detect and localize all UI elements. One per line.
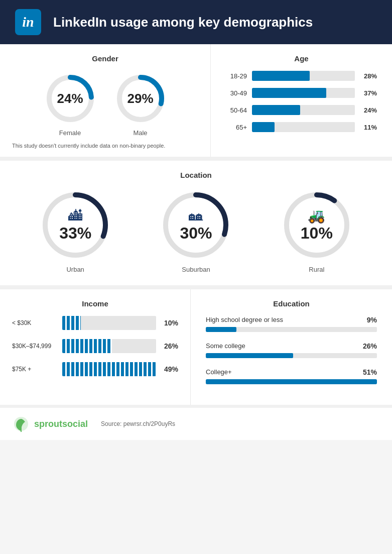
sprout-green: sprout [34,419,62,429]
rural-pct: 10% [301,225,333,241]
suburban-icon: 🏘 [180,209,212,223]
education-panel: Education High school degree or less 9% … [191,289,392,405]
female-label: Female [59,129,81,137]
edu-row-college: Some college 26% [206,342,377,358]
income-panel: Income < $30K 10% $30K–$74,999 26% $75K … [0,289,191,405]
edu-header-collegeplus: College+ 51% [206,368,377,376]
age-fill-3049 [252,88,326,98]
age-fill-1829 [252,71,310,81]
age-pct-65plus: 11% [360,124,377,131]
age-label-65plus: 65+ [226,124,247,131]
edu-header-hs: High school degree or less 9% [206,316,377,324]
linkedin-logo: in [15,9,41,35]
male-donut-item: 29% Male [113,71,168,137]
donut-row: 24% Female 29% [12,71,198,137]
page-header: in LinkedIn usage among key demographics [0,0,392,44]
urban-pct: 33% [59,225,91,241]
page-footer: sproutsocial Source: pewrsr.ch/2P0uyRs [0,405,392,440]
edu-label-college: Some college [206,342,245,350]
income-title: Income [12,299,178,308]
edu-track-college [206,353,377,358]
sprout-leaf-icon [12,415,30,433]
edu-header-college: Some college 26% [206,342,377,350]
edu-label-collegeplus: College+ [206,368,232,376]
age-label-5064: 50-64 [226,106,247,114]
edu-track-collegeplus [206,379,377,384]
female-donut: 24% [43,71,98,126]
suburban-label: Suburban [182,266,210,273]
source-citation: Source: pewrsr.ch/2P0uyRs [101,420,175,427]
income-pct-75k: 49% [161,365,178,373]
income-label-74k: $30K–$74,999 [12,343,57,350]
age-fill-5064 [252,105,300,115]
main-content: Gender 24% Female [0,44,392,405]
age-label-3049: 30-49 [226,89,247,97]
edu-row-collegeplus: College+ 51% [206,368,377,384]
income-label-30k: < $30K [12,319,57,326]
sprout-logo: sproutsocial [12,415,88,433]
rural-icon: 🚜 [301,209,333,223]
edu-pct-collegeplus: 51% [363,368,377,376]
male-donut-label: 29% [127,92,153,105]
income-row-30k: < $30K 10% [12,316,178,330]
income-fill-75k [62,362,156,376]
edu-label-hs: High school degree or less [206,316,283,324]
age-bar-row-1829: 18-29 28% [226,71,377,81]
female-pct: 24% [57,92,83,105]
income-track-30k [62,316,156,330]
gender-panel: Gender 24% Female [0,44,211,157]
age-bar-row-65plus: 65+ 11% [226,122,377,132]
age-bars: 18-29 28% 30-49 37% 50-64 [226,71,377,132]
income-row-74k: $30K–$74,999 26% [12,339,178,353]
sprout-dark: social [62,419,88,429]
age-bar-row-5064: 50-64 24% [226,105,377,115]
income-track-74k [62,339,156,353]
income-fill-74k [62,339,112,353]
male-label: Male [133,129,147,137]
linkedin-logo-text: in [22,14,34,30]
suburban-donut: 🏘 30% [158,187,233,263]
income-row-75k: $75K + 49% [12,362,178,376]
gender-note: This study doesn't currently include dat… [12,143,198,149]
edu-pct-college: 26% [363,342,377,350]
edu-fill-hs [206,327,236,332]
male-pct: 29% [127,92,153,105]
gender-title: Gender [12,54,198,63]
suburban-inner: 🏘 30% [180,209,212,241]
edu-row-hs: High school degree or less 9% [206,316,377,332]
edu-track-hs [206,327,377,332]
income-label-75k: $75K + [12,366,57,373]
location-title: Location [15,171,377,179]
gender-age-section: Gender 24% Female [0,44,392,161]
urban-donut: 🏙 33% [38,187,113,263]
age-title: Age [226,54,377,63]
age-panel: Age 18-29 28% 30-49 37% [211,44,392,157]
age-label-1829: 18-29 [226,72,247,80]
location-urban: 🏙 33% Urban [38,187,113,273]
income-fill-30k [62,316,81,330]
income-pct-74k: 26% [161,342,178,350]
edu-title: Education [206,299,377,308]
location-section: Location 🏙 33% Urban [0,161,392,289]
location-suburban: 🏘 30% Suburban [158,187,233,273]
rural-inner: 🚜 10% [301,209,333,241]
female-donut-label: 24% [57,92,83,105]
age-track-5064 [252,105,355,115]
male-donut: 29% [113,71,168,126]
urban-inner: 🏙 33% [59,209,91,241]
age-track-65plus [252,122,355,132]
edu-fill-collegeplus [206,379,377,384]
page-title: LinkedIn usage among key demographics [53,15,313,30]
urban-label: Urban [66,266,84,273]
income-track-75k [62,362,156,376]
age-fill-65plus [252,122,275,132]
urban-icon: 🏙 [59,209,91,223]
income-pct-30k: 10% [161,319,178,327]
location-rural: 🚜 10% Rural [279,187,354,273]
sprout-brand-text: sproutsocial [34,419,88,429]
age-bar-row-3049: 30-49 37% [226,88,377,98]
income-edu-section: Income < $30K 10% $30K–$74,999 26% $75K … [0,289,392,405]
female-donut-item: 24% Female [43,71,98,137]
age-track-3049 [252,88,355,98]
edu-pct-hs: 9% [367,316,377,324]
